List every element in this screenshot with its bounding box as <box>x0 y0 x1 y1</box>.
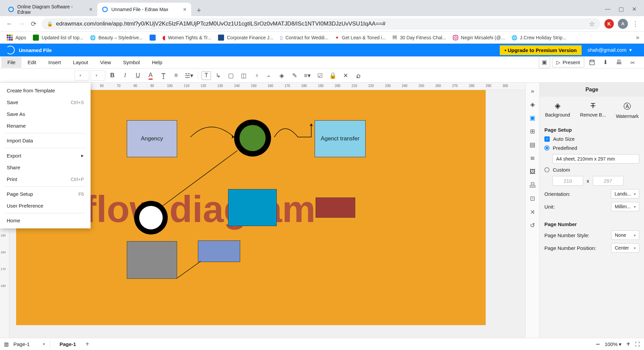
file-menu-item[interactable]: Rename <box>0 120 91 132</box>
file-menu-item[interactable]: User Preference <box>0 200 91 212</box>
line-style-icon[interactable]: ≡▾ <box>302 70 313 81</box>
upgrade-premium-button[interactable]: • Upgrade to Premium Version <box>500 45 581 55</box>
rail-layers-icon[interactable]: ≋ <box>528 153 538 163</box>
font-color-icon[interactable]: A <box>145 70 156 81</box>
file-menu-item[interactable]: Import Data <box>0 135 91 146</box>
share-icon[interactable]: ⫘ <box>627 57 638 68</box>
radio-on-icon[interactable] <box>544 145 549 150</box>
search-icon[interactable]: ⌕ <box>353 70 364 81</box>
tab-watermark[interactable]: ⒶWatermark <box>616 101 639 119</box>
connector-diag2[interactable] <box>174 258 207 285</box>
print-icon[interactable]: 🖶 <box>613 57 625 68</box>
bookmark-star-icon[interactable]: ☆ <box>589 20 595 28</box>
auto-size-row[interactable]: ✓ Auto Size <box>544 136 639 142</box>
file-menu-item[interactable]: Page SetupF6 <box>0 188 91 200</box>
save-icon[interactable] <box>586 57 598 68</box>
reload-button[interactable]: ⟳ <box>30 20 38 28</box>
tab-background[interactable]: ◈Background <box>545 101 570 119</box>
custom-row[interactable]: Custom <box>544 167 639 173</box>
app-logo-icon[interactable] <box>6 46 15 54</box>
fill-icon[interactable]: ◈ <box>276 70 287 81</box>
file-menu-item[interactable]: SaveCtrl+S <box>0 96 91 108</box>
minimize-icon[interactable]: — <box>605 6 610 13</box>
tools-icon[interactable]: ✕ <box>340 70 351 81</box>
rail-grid-icon[interactable]: ⊞ <box>528 126 538 136</box>
rail-history-icon[interactable]: ↺ <box>528 220 538 230</box>
rail-org-icon[interactable]: 品 <box>528 180 538 190</box>
bookmark-item[interactable]: ◖Women Tights & Tr... <box>160 33 214 43</box>
pn-pos-select[interactable]: Center▾ <box>611 243 639 253</box>
rail-slides-icon[interactable]: ▤ <box>528 140 538 150</box>
maximize-icon[interactable]: ▢ <box>619 6 624 13</box>
distribute-icon[interactable]: ⫠ <box>263 70 275 81</box>
download-icon[interactable]: ⬇ <box>600 57 611 68</box>
align-left-icon[interactable]: ⫞ <box>251 70 262 81</box>
rail-expand-icon[interactable]: » <box>528 86 538 96</box>
shape-rect-darkred[interactable] <box>316 198 355 218</box>
connector-icon[interactable]: ↳ <box>212 70 224 81</box>
line-spacing-icon[interactable]: ☱▾ <box>183 70 195 81</box>
predefined-row[interactable]: Predefined <box>544 145 639 151</box>
zoom-in-button[interactable]: + <box>626 340 630 348</box>
orientation-select[interactable]: Lands...▾ <box>611 189 639 199</box>
shape2-icon[interactable]: ◫ <box>238 70 249 81</box>
page-selector[interactable]: Page-1▾ <box>13 341 45 347</box>
browser-tab-0[interactable]: Online Diagram Software - Edraw × <box>3 3 97 16</box>
file-menu-item[interactable]: PrintCtrl+P <box>0 173 91 185</box>
menu-view[interactable]: View <box>94 57 117 68</box>
add-page-button[interactable]: + <box>86 340 90 348</box>
bookmark-item[interactable]: Negin Mirsalehi (@... <box>451 34 507 42</box>
browser-tab-1[interactable]: Unnamed File - Edraw Max × <box>97 3 191 16</box>
text-height-icon[interactable]: Ṯ <box>158 70 169 81</box>
underline-icon[interactable]: U <box>132 70 144 81</box>
present-button[interactable]: ▷Present <box>552 57 584 68</box>
font-family-select[interactable]: ▾ <box>91 71 105 81</box>
bookmark-item[interactable]: ✦Get Lean & Toned i... <box>333 34 388 42</box>
fit-screen-icon[interactable]: ⛶ <box>635 341 640 347</box>
bookmark-item[interactable]: Corporate Finance J... <box>216 33 275 42</box>
rail-page-icon[interactable]: ▣ <box>528 113 538 123</box>
shape-rect-transfer[interactable]: Agenct transfer <box>315 120 366 157</box>
zoom-out-button[interactable]: − <box>596 340 600 349</box>
close-window-icon[interactable]: ✕ <box>632 6 637 13</box>
custom-height-input[interactable]: 297 <box>593 176 624 186</box>
paper-size-select[interactable]: A4 sheet, 210mm x 297 mm <box>552 154 639 164</box>
page-tab[interactable]: Page-1 <box>55 339 80 349</box>
profile-avatar[interactable]: A <box>618 19 628 29</box>
back-button[interactable]: ← <box>5 20 13 28</box>
menu-symbol[interactable]: Symbol <box>117 57 146 68</box>
zoom-level[interactable]: 100% ▾ <box>605 341 622 347</box>
new-tab-button[interactable]: + <box>193 5 205 16</box>
custom-width-input[interactable]: 210 <box>552 176 583 186</box>
user-email[interactable]: shah@gmail.com ▾ <box>582 47 638 53</box>
rail-fill-icon[interactable]: ◈ <box>528 99 538 110</box>
bookmark-overflow-icon[interactable]: » <box>636 34 639 41</box>
font-size-select[interactable]: ▾ <box>74 71 89 81</box>
file-menu-item[interactable]: Export▸ <box>0 149 91 162</box>
checkbox-checked-icon[interactable]: ✓ <box>544 136 550 142</box>
checkbox-icon[interactable]: ☑ <box>314 70 326 81</box>
focus-mode-icon[interactable]: ▣ <box>539 57 550 68</box>
radio-off-icon[interactable] <box>544 167 549 172</box>
rail-table-icon[interactable]: ⊡ <box>528 193 538 204</box>
bookmark-item[interactable]: ▯Contract for Weddi... <box>278 34 330 42</box>
close-icon[interactable]: × <box>183 6 186 13</box>
menu-insert[interactable]: Insert <box>42 57 67 68</box>
bookmark-item[interactable]: 🌐J.Crew Holiday Strip... <box>509 34 568 42</box>
menu-help[interactable]: Help <box>146 57 168 68</box>
shape-rect-gray[interactable] <box>127 241 177 279</box>
url-field[interactable]: 🔒 edrawmax.com/online/app.html?y0/KUjV2K… <box>42 18 600 30</box>
align-icon[interactable]: ≡ <box>170 70 182 81</box>
line-color-icon[interactable]: ✎ <box>289 70 300 81</box>
pn-style-select[interactable]: None▾ <box>611 230 639 240</box>
rail-shuffle-icon[interactable]: ⤨ <box>528 207 538 217</box>
forward-button[interactable]: → <box>17 20 25 28</box>
bookmark-apps[interactable]: Apps <box>5 33 28 42</box>
lock-tool-icon[interactable]: 🔒 <box>327 70 338 81</box>
bookmark-item[interactable] <box>148 33 158 42</box>
unit-select[interactable]: Millim...▾ <box>611 202 639 211</box>
text-tool-icon[interactable]: T <box>202 71 211 80</box>
file-menu-item[interactable]: Create from Template <box>0 85 91 96</box>
pages-icon[interactable]: ▥ <box>4 341 9 347</box>
close-icon[interactable]: × <box>89 6 93 13</box>
